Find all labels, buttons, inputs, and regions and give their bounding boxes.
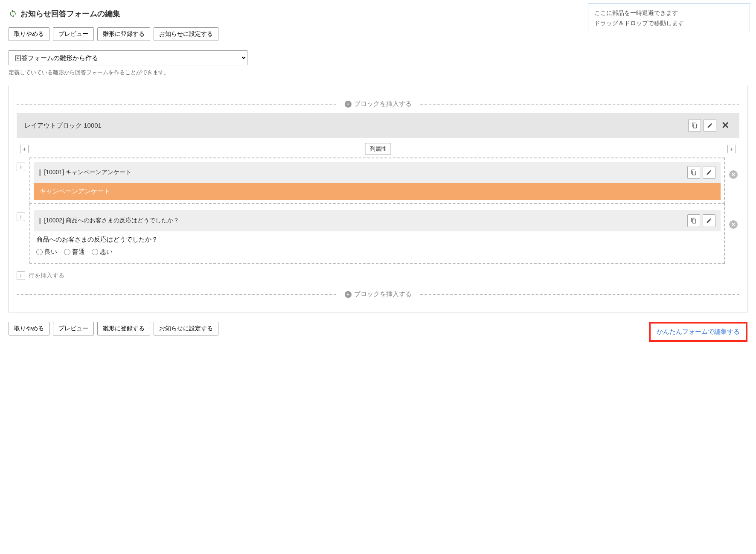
insert-block-bottom[interactable]: + ブロックを挿入する (17, 290, 739, 298)
copy-icon (691, 218, 697, 224)
row-body: || [10001] キャンペーンアンケート キャンペーンアンケート (29, 157, 725, 204)
item-header: || [10001] キャンペーンアンケート (34, 162, 721, 183)
row-body: || [10002] 商品へのお客さまの反応はどうでしたか？ 商品へのお客さまの… (29, 203, 725, 264)
rotate-icon (9, 9, 17, 18)
delete-row-button[interactable]: ✕ (729, 220, 738, 229)
cancel-button[interactable]: 取りやめる (9, 27, 49, 41)
save-template-button[interactable]: 雛形に登録する (97, 322, 150, 335)
plus-icon: + (345, 101, 352, 108)
radio-input[interactable] (36, 249, 43, 255)
apply-button[interactable]: お知らせに設定する (154, 27, 218, 41)
save-template-button[interactable]: 雛形に登録する (97, 27, 150, 41)
insert-block-label: ブロックを挿入する (354, 100, 412, 108)
insert-row-label: 行を挿入する (29, 272, 64, 280)
copy-icon (692, 122, 698, 128)
copy-block-button[interactable] (688, 119, 701, 132)
template-select[interactable]: 回答フォームの雛形から作る (9, 50, 247, 65)
apply-button[interactable]: お知らせに設定する (154, 322, 218, 335)
insert-block-top[interactable]: + ブロックを挿入する (17, 100, 739, 108)
column-controls: + 列属性 + (17, 138, 739, 157)
page-title: お知らせ回答フォームの編集 (20, 9, 120, 19)
footer: 取りやめる プレビュー 雛形に登録する お知らせに設定する かんたんフォームで編… (9, 322, 747, 342)
form-canvas: + ブロックを挿入する レイアウトブロック 10001 ✕ + 列属性 + + (9, 86, 747, 312)
pencil-icon (706, 218, 712, 224)
add-row-before-button[interactable]: + (17, 213, 25, 221)
radio-option[interactable]: 良い (36, 248, 57, 256)
radio-input[interactable] (92, 249, 98, 255)
column-attributes-button[interactable]: 列属性 (365, 143, 391, 155)
item-banner: キャンペーンアンケート (34, 183, 721, 200)
pencil-icon (707, 122, 713, 128)
plus-icon: + (17, 271, 25, 280)
cancel-button[interactable]: 取りやめる (9, 322, 49, 335)
item-title: [10002] 商品へのお客さまの反応はどうでしたか？ (44, 217, 179, 225)
close-block-button[interactable]: ✕ (719, 119, 732, 132)
copy-item-button[interactable] (687, 166, 700, 179)
copy-item-button[interactable] (687, 214, 700, 227)
edit-item-button[interactable] (703, 214, 715, 227)
delete-row-button[interactable]: ✕ (729, 170, 738, 179)
drag-handle-icon[interactable]: || (39, 217, 40, 225)
insert-block-label: ブロックを挿入する (354, 290, 412, 298)
radio-input[interactable] (64, 249, 70, 255)
block-header: レイアウトブロック 10001 ✕ (17, 113, 739, 138)
item-title: [10001] キャンペーンアンケート (44, 169, 131, 176)
row-container: + || [10002] 商品へのお客さまの反応はどうでしたか？ (17, 207, 739, 264)
tooltip-line: ドラッグ＆ドロップで移動します (594, 18, 744, 29)
preview-button[interactable]: プレビュー (53, 322, 94, 335)
add-column-left-button[interactable]: + (20, 145, 29, 153)
edit-block-button[interactable] (704, 119, 716, 132)
block-title: レイアウトブロック 10001 (24, 122, 102, 130)
item-prompt: 商品へのお客さまの反応はどうでしたか？ (34, 231, 721, 246)
easy-form-link[interactable]: かんたんフォームで編集する (649, 322, 747, 342)
bottom-button-row: 取りやめる プレビュー 雛形に登録する お知らせに設定する (9, 322, 218, 335)
add-column-right-button[interactable]: + (727, 145, 736, 153)
add-row-before-button[interactable]: + (17, 163, 25, 171)
parts-shelf-tooltip: ここに部品を一時退避できます ドラッグ＆ドロップで移動します (588, 3, 750, 33)
copy-icon (691, 169, 697, 175)
plus-icon: + (345, 291, 352, 298)
preview-button[interactable]: プレビュー (53, 27, 94, 41)
tooltip-line: ここに部品を一時退避できます (594, 8, 744, 18)
drag-handle-icon[interactable]: || (39, 169, 40, 176)
edit-item-button[interactable] (703, 166, 715, 179)
radio-group: 良い 普通 悪い (34, 246, 721, 260)
pencil-icon (706, 169, 712, 175)
item-header: || [10002] 商品へのお客さまの反応はどうでしたか？ (34, 210, 721, 231)
radio-option[interactable]: 悪い (92, 248, 113, 256)
radio-option[interactable]: 普通 (64, 248, 85, 256)
insert-row-button[interactable]: + 行を挿入する (17, 271, 739, 280)
template-help-text: 定義していている雛形から回答フォームを作ることができます。 (9, 69, 747, 76)
row-container: + || [10001] キャンペーンアンケート (17, 157, 739, 204)
